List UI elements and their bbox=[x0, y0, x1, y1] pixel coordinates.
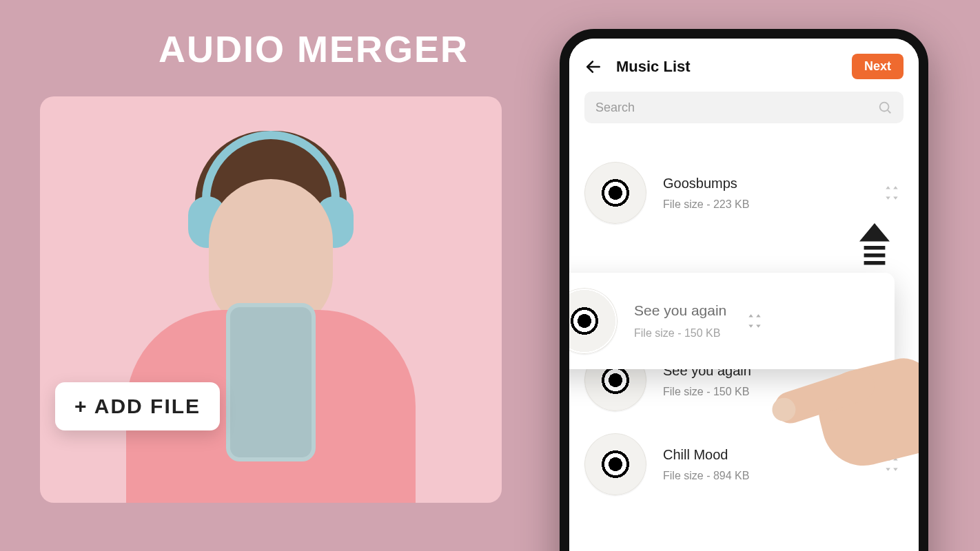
add-file-button[interactable]: + ADD FILE bbox=[55, 382, 220, 430]
reorder-handle-icon[interactable] bbox=[880, 184, 904, 202]
next-button[interactable]: Next bbox=[852, 54, 904, 79]
track-title: See you again bbox=[634, 302, 726, 319]
track-row[interactable]: Goosbumps File size - 223 KB bbox=[569, 151, 919, 235]
svg-line-2 bbox=[888, 110, 890, 113]
track-size: File size - 150 KB bbox=[634, 327, 726, 340]
track-size: File size - 223 KB bbox=[663, 198, 864, 211]
search-placeholder: Search bbox=[595, 101, 877, 115]
svg-rect-4 bbox=[864, 246, 886, 250]
svg-rect-5 bbox=[864, 253, 886, 258]
svg-rect-6 bbox=[864, 261, 886, 265]
svg-point-1 bbox=[880, 103, 889, 112]
hero-title: AUDIO MERGER bbox=[159, 28, 469, 70]
reorder-up-icon bbox=[859, 223, 890, 271]
woman-illustration bbox=[126, 117, 416, 503]
search-icon bbox=[877, 100, 892, 115]
disc-icon bbox=[584, 433, 646, 495]
back-icon[interactable] bbox=[584, 58, 602, 76]
search-input[interactable]: Search bbox=[584, 92, 904, 123]
reorder-handle-icon[interactable] bbox=[743, 312, 766, 330]
disc-icon bbox=[560, 288, 617, 354]
app-title: Music List bbox=[616, 58, 691, 76]
app-bar: Music List Next bbox=[569, 39, 919, 86]
phone-mockup: Music List Next Search Goosbumps File si… bbox=[560, 29, 928, 551]
disc-icon bbox=[584, 162, 646, 224]
promo-card: + ADD FILE bbox=[40, 96, 502, 503]
track-title: Goosbumps bbox=[663, 176, 864, 191]
svg-marker-3 bbox=[859, 223, 890, 241]
